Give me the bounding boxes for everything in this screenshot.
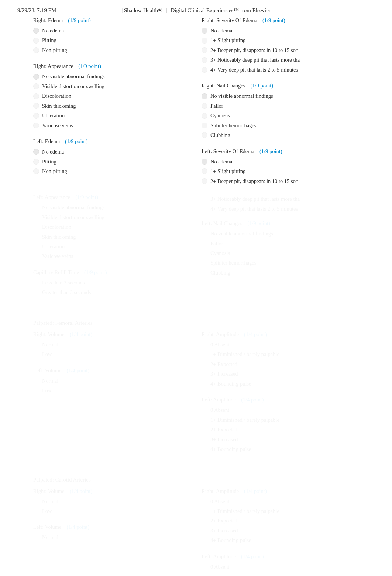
- question-section: Right: Severity Of Edema(1/9 point)No ed…: [202, 17, 359, 75]
- question-section: Right: Volume(1/4 point)NormalLow: [33, 331, 190, 359]
- points-label: (1/9 point): [250, 83, 273, 89]
- radio-bullet-icon[interactable]: [33, 159, 39, 165]
- option-label: No edema: [42, 148, 64, 156]
- radio-bullet-icon[interactable]: [33, 47, 39, 53]
- option-item[interactable]: Non-pitting: [33, 166, 190, 176]
- radio-bullet-icon[interactable]: [33, 168, 39, 174]
- radio-bullet-icon[interactable]: [33, 103, 39, 109]
- option-item[interactable]: Cyanosis: [202, 111, 359, 120]
- option-label: Pitting: [42, 36, 56, 44]
- option-item: 3+ Increased: [202, 435, 359, 444]
- option-item: 4+ Bounding pulse: [202, 444, 359, 454]
- radio-bullet-icon: [202, 518, 207, 524]
- option-item[interactable]: No edema: [202, 157, 359, 166]
- option-item[interactable]: 2+ Deeper pit, disappears in 10 to 15 se…: [202, 45, 359, 55]
- radio-bullet-icon[interactable]: [202, 113, 207, 119]
- radio-bullet-icon: [202, 427, 207, 432]
- section-label: Left: Severity Of Edema: [202, 148, 254, 155]
- radio-bullet-icon[interactable]: [202, 28, 207, 34]
- section-title: Left: Amplitude(1/4 point): [202, 397, 359, 403]
- section-title: Left: Edema(1/9 point): [33, 138, 190, 145]
- option-item[interactable]: Splinter hemorrhages: [202, 121, 359, 130]
- option-item: 0 Absent: [202, 497, 359, 506]
- option-label: Skin thickening: [42, 102, 76, 110]
- section-title: Left: Severity Of Edema(1/9 point): [202, 148, 359, 155]
- option-item[interactable]: No edema: [33, 147, 190, 156]
- radio-bullet-icon[interactable]: [33, 28, 39, 34]
- option-list: No edemaPittingNon-pitting: [33, 26, 190, 55]
- option-list: 0 Absent1+ Diminished / barely palpable2…: [202, 340, 359, 389]
- radio-bullet-icon[interactable]: [202, 168, 207, 174]
- points-label: (1/9 point): [262, 17, 285, 24]
- option-item[interactable]: Visible distortion or swelling: [33, 82, 190, 91]
- option-label: Low: [42, 507, 52, 515]
- radio-bullet-icon: [33, 499, 39, 504]
- option-item: 3+ Noticeably deep pit that lasts more t…: [202, 194, 359, 204]
- radio-bullet-icon[interactable]: [33, 113, 39, 119]
- radio-bullet-icon: [202, 446, 207, 452]
- option-item[interactable]: No edema: [202, 26, 359, 35]
- radio-bullet-icon: [202, 250, 207, 256]
- points-label: (1/9 point): [78, 63, 101, 69]
- radio-bullet-icon[interactable]: [202, 123, 207, 128]
- option-item[interactable]: Non-pitting: [33, 45, 190, 55]
- option-item: 2+ Expected: [202, 425, 359, 434]
- option-item: 1+ Diminished / barely palpable: [202, 349, 359, 359]
- section-label: Left: Volume: [33, 368, 61, 374]
- radio-bullet-icon: [33, 234, 39, 240]
- radio-bullet-icon[interactable]: [202, 38, 207, 44]
- option-item[interactable]: 1+ Slight pitting: [202, 166, 359, 176]
- option-item: Greater than 3 seconds: [33, 287, 190, 297]
- radio-bullet-icon[interactable]: [202, 178, 207, 184]
- radio-bullet-icon[interactable]: [202, 159, 207, 165]
- option-item[interactable]: No visible abnormal findings: [202, 91, 359, 101]
- option-item[interactable]: Pallor: [202, 101, 359, 111]
- option-item: Less than 3 seconds: [33, 278, 190, 287]
- radio-bullet-icon[interactable]: [33, 123, 39, 128]
- option-item[interactable]: 3+ Noticeably deep pit that lasts more t…: [202, 55, 359, 65]
- points-label: (1/4 point): [241, 397, 264, 403]
- points-label: (1/4 point): [244, 488, 267, 494]
- option-label: 1+ Diminished / barely palpable: [210, 507, 279, 515]
- option-label: Splinter hemorrhages: [210, 121, 256, 130]
- option-item[interactable]: Skin thickening: [33, 101, 190, 111]
- radio-bullet-icon[interactable]: [202, 132, 207, 138]
- option-item[interactable]: Pitting: [33, 157, 190, 166]
- option-item[interactable]: 2+ Deeper pit, disappears in 10 to 15 se…: [202, 176, 359, 186]
- option-item[interactable]: Clubbing: [202, 130, 359, 140]
- radio-bullet-icon[interactable]: [33, 149, 39, 155]
- option-item[interactable]: Pitting: [33, 35, 190, 45]
- option-list: Less than 3 secondsGreater than 3 second…: [33, 278, 190, 297]
- option-label: Greater than 3 seconds: [42, 288, 91, 296]
- section-label: Right: Amplitude: [202, 331, 239, 338]
- radio-bullet-icon: [202, 260, 207, 266]
- content: Right: Edema(1/9 point)No edemaPittingNo…: [0, 17, 392, 576]
- radio-bullet-icon[interactable]: [202, 57, 207, 63]
- radio-bullet-icon[interactable]: [33, 38, 39, 44]
- option-item[interactable]: 1+ Slight pitting: [202, 35, 359, 45]
- option-item[interactable]: No visible abnormal findings: [33, 72, 190, 81]
- radio-bullet-icon: [33, 342, 39, 348]
- option-item[interactable]: 4+ Very deep pit that lasts 2 to 5 minut…: [202, 65, 359, 75]
- section-title: Right: Volume(1/4 point): [33, 488, 190, 494]
- option-item: 2+ Expected: [202, 359, 359, 369]
- option-item: 2+ Expected: [202, 516, 359, 525]
- option-label: 2+ Expected: [210, 517, 237, 525]
- option-item[interactable]: Discoloration: [33, 91, 190, 101]
- points-label: (1/4 point): [241, 553, 264, 560]
- option-label: Clubbing: [210, 269, 230, 277]
- radio-bullet-icon[interactable]: [202, 47, 207, 53]
- option-item[interactable]: Varicose veins: [33, 121, 190, 130]
- question-section: Left: Severity Of Edema(1/9 point)No ede…: [202, 148, 359, 186]
- option-item[interactable]: No edema: [33, 26, 190, 35]
- radio-bullet-icon: [202, 270, 207, 276]
- radio-bullet-icon[interactable]: [202, 103, 207, 109]
- radio-bullet-icon[interactable]: [33, 93, 39, 99]
- option-label: 0 Absent: [210, 563, 229, 571]
- option-item[interactable]: Ulceration: [33, 111, 190, 120]
- radio-bullet-icon[interactable]: [202, 93, 207, 99]
- option-item: Varicose veins: [33, 251, 190, 261]
- radio-bullet-icon[interactable]: [33, 74, 39, 80]
- radio-bullet-icon[interactable]: [33, 83, 39, 89]
- radio-bullet-icon[interactable]: [202, 67, 207, 73]
